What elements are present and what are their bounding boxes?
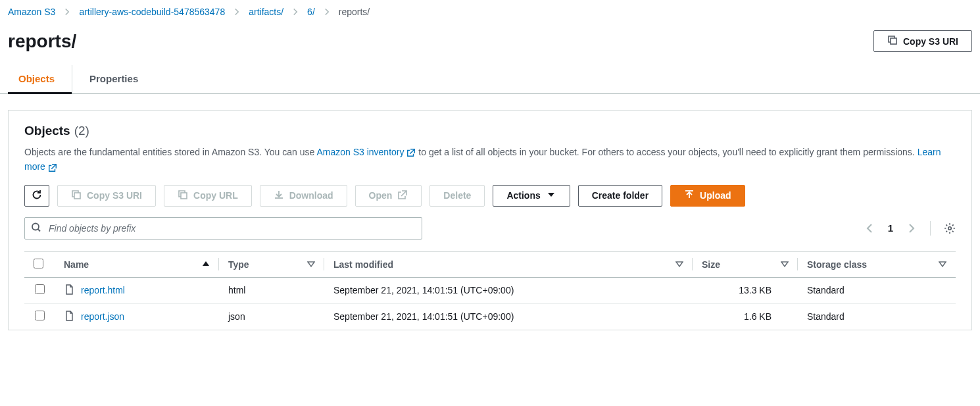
column-last-modified[interactable]: Last modified [324,251,693,277]
cell-type: html [219,277,324,303]
cell-size: 13.3 KB [693,277,798,303]
chevron-right-icon [323,8,331,16]
open-button[interactable]: Open [355,185,422,207]
svg-rect-0 [891,38,896,44]
delete-button[interactable]: Delete [429,185,485,207]
sort-icon [675,259,683,270]
download-button[interactable]: Download [260,185,347,207]
breadcrumb-link-6[interactable]: 6/ [307,7,315,17]
column-name[interactable]: Name [55,251,219,277]
file-icon [64,311,74,323]
sort-icon [781,259,789,270]
copy-s3-uri-toolbar-button[interactable]: Copy S3 URI [57,185,156,207]
upload-label: Upload [700,190,731,201]
select-all-checkbox[interactable] [34,259,43,268]
breadcrumb-link-root[interactable]: Amazon S3 [8,7,55,17]
svg-rect-2 [181,193,187,199]
inventory-link[interactable]: Amazon S3 inventory [316,147,416,157]
sort-asc-icon [202,259,210,270]
copy-icon [71,190,82,202]
tab-objects[interactable]: Objects [8,65,72,93]
column-type[interactable]: Type [219,251,324,277]
search-box [24,217,422,240]
create-folder-button[interactable]: Create folder [578,185,662,207]
cell-type: json [219,303,324,330]
actions-label: Actions [506,190,540,201]
cell-size: 1.6 KB [693,303,798,330]
sort-icon [307,259,315,270]
file-icon [64,284,74,297]
object-link[interactable]: report.json [81,311,124,322]
prev-page-button[interactable] [864,223,875,234]
breadcrumb-link-artifacts[interactable]: artifacts/ [249,7,283,17]
tab-properties[interactable]: Properties [72,65,147,93]
cell-last-modified: September 21, 2021, 14:01:51 (UTC+09:00) [324,303,693,330]
upload-icon [684,190,695,202]
divider [930,221,931,236]
select-all-header [24,251,55,277]
copy-url-button[interactable]: Copy URL [164,185,252,207]
caret-down-icon [546,190,556,202]
upload-button[interactable]: Upload [670,185,745,207]
search-icon [31,222,41,234]
pager: 1 [864,221,956,236]
external-link-icon [48,163,57,172]
copy-s3-uri-button[interactable]: Copy S3 URI [873,30,972,52]
breadcrumb: Amazon S3 artillery-aws-codebuild-547856… [0,0,980,24]
svg-point-4 [948,227,952,230]
chevron-right-icon [233,8,241,16]
table-row: report.jsonjsonSeptember 21, 2021, 14:01… [24,303,956,330]
cell-storage-class: Standard [798,303,956,330]
external-link-icon [397,190,408,202]
copy-s3-uri-label: Copy S3 URI [903,36,958,47]
copy-icon [178,190,188,202]
column-size[interactable]: Size [693,251,798,277]
objects-panel: Objects (2) Objects are the fundamental … [8,110,972,330]
refresh-button[interactable] [24,185,49,207]
column-storage-class-label: Storage class [807,259,867,270]
download-label: Download [289,190,333,201]
svg-point-3 [32,223,39,230]
object-link[interactable]: report.html [81,285,125,295]
desc-text-1: Objects are the fundamental entities sto… [24,147,316,157]
create-folder-label: Create folder [592,190,649,201]
panel-heading: Objects [24,124,70,138]
objects-count: (2) [74,124,89,138]
column-storage-class[interactable]: Storage class [798,251,956,277]
column-type-label: Type [228,259,249,270]
download-icon [274,190,284,202]
cell-storage-class: Standard [798,277,956,303]
column-last-modified-label: Last modified [333,259,393,270]
column-size-label: Size [702,259,720,270]
copy-icon [887,35,898,47]
inventory-link-label: Amazon S3 inventory [316,147,404,157]
breadcrumb-current: reports/ [339,7,370,17]
copy-url-label: Copy URL [193,190,238,201]
row-checkbox[interactable] [35,311,45,320]
toolbar: Copy S3 URI Copy URL Download Open Delet… [24,185,956,207]
external-link-icon [406,148,416,157]
settings-button[interactable] [944,222,956,234]
next-page-button[interactable] [906,223,917,234]
cell-last-modified: September 21, 2021, 14:01:51 (UTC+09:00) [324,277,693,303]
column-name-label: Name [64,259,89,270]
panel-description: Objects are the fundamental entities sto… [24,145,956,174]
page-title: reports/ [8,31,76,52]
breadcrumb-link-bucket[interactable]: artillery-aws-codebuild-5478563478 [79,7,225,17]
search-input[interactable] [24,217,422,240]
chevron-right-icon [63,8,71,16]
chevron-right-icon [291,8,299,16]
desc-text-2: to get a list of all objects in your buc… [416,147,917,157]
tabs: Objects Properties [0,65,980,94]
sort-icon [939,259,946,270]
row-checkbox[interactable] [35,284,45,294]
open-label: Open [369,190,393,201]
refresh-icon [32,190,42,202]
table-row: report.htmlhtmlSeptember 21, 2021, 14:01… [24,277,956,303]
actions-dropdown[interactable]: Actions [493,185,570,207]
objects-table: Name Type Last modified Size Storage cla… [24,251,956,330]
svg-rect-1 [74,193,80,199]
delete-label: Delete [443,190,471,201]
page-number: 1 [888,222,893,234]
copy-s3-uri-label: Copy S3 URI [87,190,142,201]
